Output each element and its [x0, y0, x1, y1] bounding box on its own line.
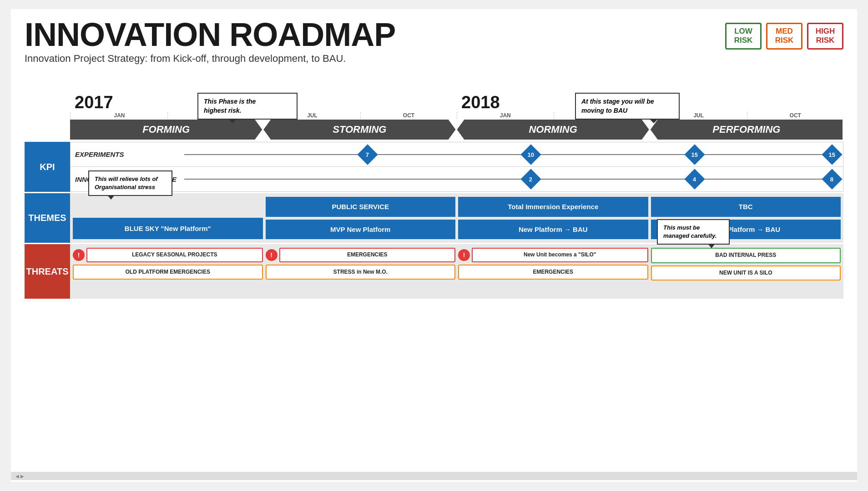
threat-q1-icon1: ! [73, 249, 85, 261]
year-2018-label: 2018 [457, 93, 500, 112]
threat-q3-icon1: ! [458, 249, 470, 261]
threat-q4: BAD INTERNAL PRESS NEW UNIT IS A SILO [651, 248, 841, 295]
threat-q3-row1: ! New Unit becomes a "SILO" [458, 248, 648, 262]
theme-q2-box1: PUBLIC SERVICE [266, 197, 456, 217]
diamond-innov-2-label: 2 [530, 175, 533, 182]
kpi-label: KPI [25, 142, 70, 192]
threat-q2: ! EMERGENCIES STRESS in New M.O. [266, 248, 456, 295]
diamond-exp-7: 7 [357, 144, 378, 165]
kpi-experiments-label: EXPERIMENTS [75, 150, 184, 158]
callout-performing: At this stage you will bemoving to BAU [575, 93, 680, 120]
phase-norming: NORMING [457, 120, 649, 140]
kpi-label-text: KPI [40, 162, 55, 172]
kpi-innovations-line: 2 4 8 [184, 179, 838, 180]
month-jan-2018: JAN [457, 112, 554, 119]
header: INNOVATION ROADMAP Innovation Project St… [25, 18, 843, 65]
diamond-innov-2: 2 [520, 169, 541, 189]
kpi-row-innovations: INNOVATIONS INTO REAL LIFE 2 4 8 [71, 167, 843, 191]
themes-label: THEMES [25, 193, 70, 243]
threats-label: THREATS [25, 244, 70, 299]
diamond-innov-8: 8 [822, 169, 842, 189]
slide: INNOVATION ROADMAP Innovation Project St… [11, 9, 857, 482]
theme-q3-box1: Total Immersion Experience [458, 197, 648, 217]
diamond-exp-7-label: 7 [366, 151, 369, 158]
main-content: This Phase is thehighest risk. At this s… [25, 93, 843, 299]
month-row: JAN APR JUL OCT JAN APR JUL OCT [70, 112, 843, 119]
bottom-bar: ◀ ▶ [11, 472, 857, 480]
theme-q2: PUBLIC SERVICE MVP New Platform [266, 197, 456, 239]
diamond-exp-15a: 15 [684, 144, 705, 165]
threat-q3: ! New Unit becomes a "SILO" EMERGENCIES [458, 248, 648, 295]
threat-q2-icon1: ! [266, 249, 278, 261]
year-2017-label: 2017 [70, 93, 113, 112]
theme-q2-box2: MVP New Platform [266, 220, 456, 240]
high-risk-badge: HIGHRISK [807, 23, 843, 50]
callout-org-stress: This will relieve lots ofOrganisational … [88, 170, 172, 196]
month-oct-2018: OCT [747, 112, 844, 119]
kpi-row-experiments: EXPERIMENTS 7 10 15 [71, 142, 843, 167]
kpi-content: EXPERIMENTS 7 10 15 [70, 142, 843, 192]
threats-label-text: THREATS [26, 266, 69, 277]
callout-managed-carefully: This must bemanaged carefully. [657, 219, 730, 245]
phase-storming: STORMING [263, 120, 455, 140]
bottom-bar-text: ◀ ▶ [15, 474, 24, 479]
kpi-experiments-line: 7 10 15 15 [184, 154, 838, 155]
month-jan-2017: JAN [70, 112, 167, 119]
threat-q1-box2: OLD PLATFORM EMERGENCIES [73, 265, 263, 280]
threat-q2-row1: ! EMERGENCIES [266, 248, 456, 262]
threats-section: This must bemanaged carefully. THREATS !… [25, 244, 843, 299]
diamond-innov-8-label: 8 [830, 175, 833, 182]
threats-content: ! LEGACY SEASONAL PROJECTS OLD PLATFORM … [70, 244, 843, 299]
med-risk-badge: MEDRISK [766, 23, 802, 50]
diamond-innov-4-label: 4 [693, 175, 696, 182]
title-block: INNOVATION ROADMAP Innovation Project St… [25, 18, 725, 65]
page-subtitle: Innovation Project Strategy: from Kick-o… [25, 53, 725, 65]
page-title: INNOVATION ROADMAP [25, 18, 725, 51]
year-row: 2017 2018 [70, 93, 843, 112]
diamond-exp-10: 10 [520, 144, 541, 165]
threat-q1-row1: ! LEGACY SEASONAL PROJECTS [73, 248, 263, 262]
theme-q1-box1: BLUE SKY "New Platform" [73, 218, 263, 240]
phase-banner: FORMING STORMING NORMING PERFORMING [70, 120, 843, 140]
threat-q2-box2: STRESS in New M.O. [266, 265, 456, 280]
diamond-exp-15a-label: 15 [691, 151, 697, 158]
theme-q3: Total Immersion Experience New Platform … [458, 197, 648, 239]
theme-q1: BLUE SKY "New Platform" [73, 197, 263, 239]
diamond-exp-15b-label: 15 [828, 151, 835, 158]
threat-q1: ! LEGACY SEASONAL PROJECTS OLD PLATFORM … [73, 248, 263, 295]
threat-q1-box1: LEGACY SEASONAL PROJECTS [86, 248, 263, 262]
month-oct-2017: OCT [360, 112, 457, 119]
threat-q3-box2: EMERGENCIES [458, 265, 648, 280]
themes-label-text: THEMES [28, 213, 66, 223]
threat-q3-box1: New Unit becomes a "SILO" [472, 248, 648, 262]
threat-q2-box1: EMERGENCIES [279, 248, 456, 262]
risk-legend: LOWRISK MEDRISK HIGHRISK [725, 23, 843, 50]
diamond-exp-10-label: 10 [528, 151, 534, 158]
theme-q3-box2: New Platform → BAU [458, 220, 648, 240]
low-risk-badge: LOWRISK [725, 23, 762, 50]
diamond-exp-15b: 15 [822, 144, 842, 165]
threat-q4-box2: NEW UNIT IS A SILO [651, 266, 841, 281]
callout-storming: This Phase is thehighest risk. [197, 93, 298, 120]
phase-performing: PERFORMING [651, 120, 843, 140]
theme-q4-box1: TBC [651, 197, 841, 217]
diamond-innov-4: 4 [684, 169, 705, 189]
threat-q4-box1: BAD INTERNAL PRESS [651, 248, 841, 263]
